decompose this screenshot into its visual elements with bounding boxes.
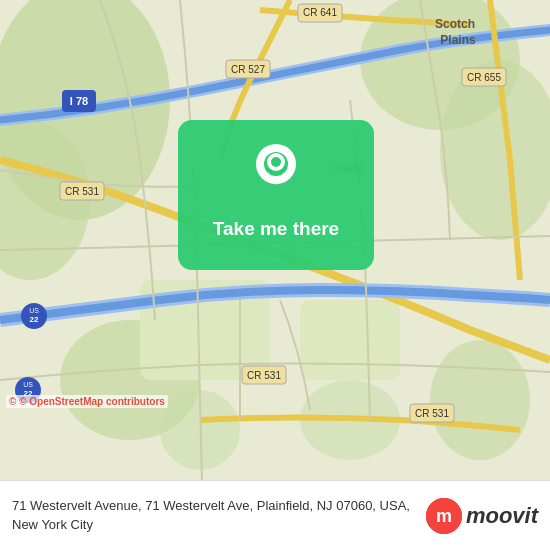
svg-text:Scotch: Scotch [435,17,475,31]
moovit-icon: m [426,498,462,534]
svg-rect-10 [300,300,400,380]
svg-text:I 78: I 78 [70,95,88,107]
svg-point-37 [271,157,281,167]
svg-text:CR 531: CR 531 [415,408,449,419]
copyright-symbol: © [9,396,16,407]
osm-attribution: © © OpenStreetMap contributors [6,395,168,408]
svg-text:m: m [436,506,452,526]
svg-text:Plains: Plains [440,33,476,47]
attribution-text: © OpenStreetMap contributors [19,396,165,407]
svg-text:US: US [23,381,33,388]
info-bar: 71 Westervelt Avenue, 71 Westervelt Ave,… [0,480,550,550]
svg-text:CR 527: CR 527 [231,64,265,75]
map-container: I 78 CR 641 CR 527 CR 531 CR 655 US 22 U… [0,0,550,480]
address-text: 71 Westervelt Avenue, 71 Westervelt Ave,… [12,497,416,533]
svg-text:US: US [29,307,39,314]
moovit-wordmark: moovit [466,503,538,529]
map-background: I 78 CR 641 CR 527 CR 531 CR 655 US 22 U… [0,0,550,480]
svg-text:Take me there: Take me there [213,218,339,239]
svg-point-6 [430,340,530,460]
svg-text:CR 531: CR 531 [65,186,99,197]
moovit-logo[interactable]: m moovit [426,498,538,534]
svg-text:22: 22 [30,315,39,324]
svg-rect-34 [178,120,374,270]
svg-text:CR 531: CR 531 [247,370,281,381]
svg-text:CR 641: CR 641 [303,7,337,18]
svg-text:CR 655: CR 655 [467,72,501,83]
